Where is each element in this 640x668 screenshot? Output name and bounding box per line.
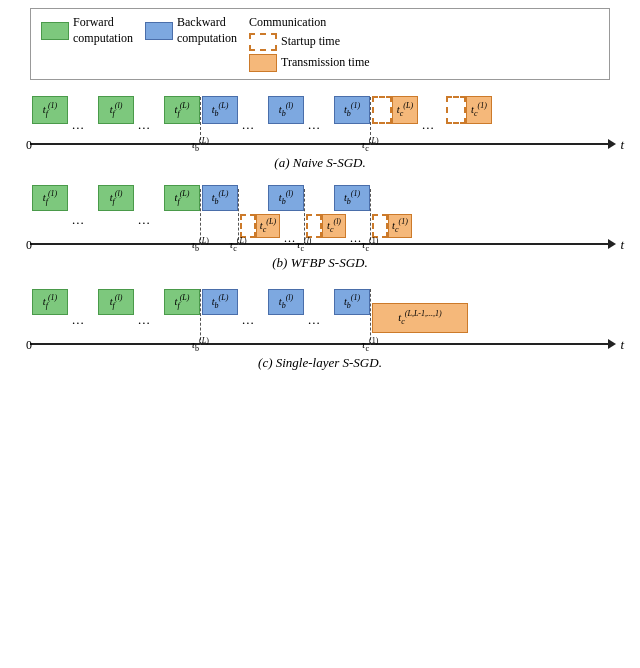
tbl-single: tb(l) <box>268 289 304 315</box>
tfL-wfbp: tf(L) <box>164 185 200 211</box>
tcL-startup-naive <box>372 96 392 124</box>
t-label-wfbp: t <box>620 237 624 253</box>
timeline-wfbp: t 0 tf(1) ··· tf(l) ··· tf(L) tb(L) ··· <box>30 181 610 253</box>
legend-trans-label: Transmission time <box>281 55 370 71</box>
caption-wfbp: (b) WFBP S-SGD. <box>10 255 630 271</box>
dots-f2-naive: ··· <box>138 120 151 136</box>
legend-forward: Forwardcomputation <box>41 15 133 46</box>
zero-single: 0 <box>26 338 32 353</box>
tick-tcl-wfbp: τc(l) <box>296 236 311 253</box>
tb1-single: tb(1) <box>334 289 370 315</box>
axis-arrow-naive <box>608 139 616 149</box>
tb1-wfbp: tb(1) <box>334 185 370 211</box>
tick-tbL-naive: τb(L) <box>191 136 209 153</box>
tick-tcL-naive: τc(L) <box>361 136 378 153</box>
dots-f2-wfbp: ··· <box>138 215 151 231</box>
panel-single: t 0 tf(1) ··· tf(l) ··· tf(L) tb(L) ··· … <box>10 281 630 375</box>
dots-f1-wfbp: ··· <box>72 215 85 231</box>
tick-tbL-wfbp: τb(L) <box>191 236 209 253</box>
axis-wfbp <box>30 243 610 245</box>
dots-c1-wfbp: ··· <box>284 234 296 249</box>
panel-naive: t 0 tf(1) ··· tf(l) ··· tf(L) <box>10 88 630 175</box>
legend-forward-box <box>41 22 69 40</box>
zero-wfbp: 0 <box>26 238 32 253</box>
legend-backward-label: Backwardcomputation <box>177 15 237 46</box>
caption-single: (c) Single-layer S-SGD. <box>10 355 630 371</box>
t-label-single: t <box>620 337 624 353</box>
zero-naive: 0 <box>26 138 32 153</box>
tf1-single: tf(1) <box>32 289 68 315</box>
legend-transmission: Transmission time <box>249 54 370 72</box>
tbL-naive: tb(L) <box>202 96 238 124</box>
tbl-wfbp: tb(l) <box>268 185 304 211</box>
t-label-naive: t <box>620 137 624 153</box>
caption-naive: (a) Naive S-SGD. <box>10 155 630 171</box>
tfl-wfbp: tf(l) <box>98 185 134 211</box>
legend-comm-group: Communication Startup time Transmission … <box>249 15 370 73</box>
tick-tcL-wfbp: τc(L) <box>229 236 246 253</box>
dots-b1-single: ··· <box>242 315 255 331</box>
tcL-startup-wfbp <box>240 214 256 238</box>
legend-backward-box <box>145 22 173 40</box>
tc1-startup-naive <box>446 96 466 124</box>
tc1-startup-wfbp <box>372 214 388 238</box>
tfl-naive: tf(l) <box>98 96 134 124</box>
panel-wfbp: t 0 tf(1) ··· tf(l) ··· tf(L) tb(L) ··· <box>10 181 630 275</box>
dots-b1-naive: ··· <box>242 120 255 136</box>
tfl-single: tf(l) <box>98 289 134 315</box>
dots-b2-single: ··· <box>308 315 321 331</box>
axis-single <box>30 343 610 345</box>
timeline-naive: t 0 tf(1) ··· tf(l) ··· tf(L) <box>30 88 610 153</box>
dots-c-naive: ··· <box>422 120 435 136</box>
legend-forward-label: Forwardcomputation <box>73 15 133 46</box>
tick-tc1-single: τc(1) <box>362 336 379 353</box>
legend-backward: Backwardcomputation <box>145 15 237 46</box>
timeline-single: t 0 tf(1) ··· tf(l) ··· tf(L) tb(L) ··· … <box>30 281 610 353</box>
dots-f2-single: ··· <box>138 315 151 331</box>
legend-startup-label: Startup time <box>281 34 340 50</box>
tb1-naive: tb(1) <box>334 96 370 124</box>
axis-arrow-wfbp <box>608 239 616 249</box>
tcL-trans-wfbp: tc(L) <box>256 214 280 238</box>
legend-startup: Startup time <box>249 33 370 51</box>
axis-naive <box>30 143 610 145</box>
legend: Forwardcomputation Backwardcomputation C… <box>30 8 610 80</box>
tcL-trans-naive: tc(L) <box>392 96 418 124</box>
tbl-naive: tb(l) <box>268 96 304 124</box>
tbL-wfbp: tb(L) <box>202 185 238 211</box>
tfL-single: tf(L) <box>164 289 200 315</box>
dots-f1-naive: ··· <box>72 120 85 136</box>
legend-startup-box <box>249 33 277 51</box>
axis-arrow-single <box>608 339 616 349</box>
legend-comm-header: Communication <box>249 15 370 31</box>
tbL-single: tb(L) <box>202 289 238 315</box>
tc1-trans-wfbp: tc(1) <box>388 214 412 238</box>
legend-trans-box <box>249 54 277 72</box>
tf1-wfbp: tf(1) <box>32 185 68 211</box>
tfL-naive: tf(L) <box>164 96 200 124</box>
main-container: Forwardcomputation Backwardcomputation C… <box>0 0 640 668</box>
tick-tbL-single: τb(L) <box>191 336 209 353</box>
dots-b2-naive: ··· <box>308 120 321 136</box>
tc1-trans-naive: tc(1) <box>466 96 492 124</box>
tf1-naive: tf(1) <box>32 96 68 124</box>
tc-single: tc(L,L-1,...,1) <box>372 303 468 333</box>
dots-f1-single: ··· <box>72 315 85 331</box>
tick-tc1-wfbp: τc(1) <box>362 236 379 253</box>
tcl-trans-wfbp: tc(l) <box>322 214 346 238</box>
tcl-startup-wfbp <box>306 214 322 238</box>
dots-c2-wfbp: ··· <box>350 234 362 249</box>
